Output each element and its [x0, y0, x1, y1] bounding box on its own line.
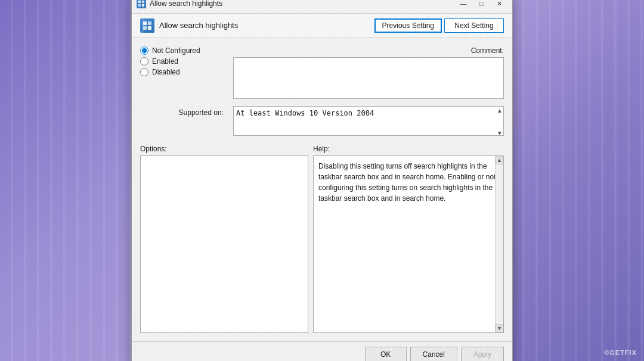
window-title: Allow search highlights: [150, 0, 222, 8]
window-icon: [137, 0, 146, 8]
supported-scroll-down[interactable]: ▼: [497, 130, 503, 136]
header-left: Allow search highlights: [140, 18, 238, 33]
help-scrollbar: ▲ ▼: [495, 156, 503, 332]
supported-label: Supported on:: [140, 106, 224, 117]
supported-field: At least Windows 10 Version 2004 ▲ ▼: [233, 106, 504, 138]
ok-button[interactable]: OK: [365, 347, 407, 362]
enabled-radio[interactable]: [140, 57, 148, 66]
options-label: Options:: [140, 145, 313, 153]
maximize-button[interactable]: □: [473, 0, 490, 10]
comment-label: Comment:: [233, 46, 504, 55]
supported-textarea: At least Windows 10 Version 2004: [233, 106, 504, 136]
previous-setting-button[interactable]: Previous Setting: [374, 18, 442, 33]
enabled-label[interactable]: Enabled: [152, 57, 178, 66]
svg-rect-2: [138, 4, 141, 7]
title-bar: Allow search highlights — □ ✕: [132, 0, 512, 14]
main-window: Allow search highlights — □ ✕ Allow sear…: [131, 0, 513, 361]
disabled-radio[interactable]: [140, 68, 148, 76]
help-scroll-up[interactable]: ▲: [496, 156, 504, 164]
not-configured-option[interactable]: Not Configured: [140, 46, 224, 55]
options-help-labels: Options: Help:: [140, 145, 504, 153]
title-bar-controls: — □ ✕: [455, 0, 507, 10]
setting-icon: [140, 18, 154, 33]
apply-button[interactable]: Apply: [461, 347, 504, 362]
watermark: ©GETFIX: [604, 349, 637, 356]
supported-row: Supported on: At least Windows 10 Versio…: [140, 106, 504, 138]
help-box: Disabling this setting turns off search …: [313, 155, 504, 333]
radio-group: Not Configured Enabled Disabled: [140, 46, 224, 76]
svg-rect-0: [138, 1, 141, 3]
svg-rect-7: [148, 26, 151, 30]
comment-area: Comment:: [233, 46, 504, 99]
main-content: Not Configured Enabled Disabled Comment:…: [132, 38, 512, 341]
header-section: Allow search highlights Previous Setting…: [132, 14, 512, 38]
svg-rect-6: [143, 26, 147, 30]
setting-title: Allow search highlights: [159, 21, 238, 30]
supported-scroll-up[interactable]: ▲: [497, 107, 503, 114]
minimize-button[interactable]: —: [455, 0, 472, 10]
svg-rect-4: [143, 21, 147, 25]
title-bar-left: Allow search highlights: [137, 0, 222, 8]
options-box: [140, 155, 308, 333]
enabled-option[interactable]: Enabled: [140, 57, 224, 66]
options-help-boxes: Disabling this setting turns off search …: [140, 155, 504, 333]
config-row: Not Configured Enabled Disabled Comment:: [140, 46, 504, 99]
close-button[interactable]: ✕: [491, 0, 507, 10]
not-configured-label[interactable]: Not Configured: [152, 46, 200, 55]
options-help-section: Options: Help: Disabling this setting tu…: [140, 145, 504, 333]
svg-rect-1: [142, 1, 144, 3]
not-configured-radio[interactable]: [140, 46, 148, 55]
disabled-option[interactable]: Disabled: [140, 68, 224, 76]
help-scroll-down[interactable]: ▼: [496, 324, 504, 332]
svg-rect-3: [142, 4, 144, 7]
footer: OK Cancel Apply: [132, 341, 512, 362]
next-setting-button[interactable]: Next Setting: [444, 18, 504, 33]
svg-rect-5: [148, 21, 151, 25]
comment-textarea[interactable]: [233, 57, 504, 99]
disabled-label[interactable]: Disabled: [152, 68, 180, 76]
help-label: Help:: [313, 145, 504, 153]
cancel-button[interactable]: Cancel: [410, 347, 457, 362]
nav-buttons: Previous Setting Next Setting: [374, 18, 504, 33]
help-text: Disabling this setting turns off search …: [314, 156, 503, 208]
